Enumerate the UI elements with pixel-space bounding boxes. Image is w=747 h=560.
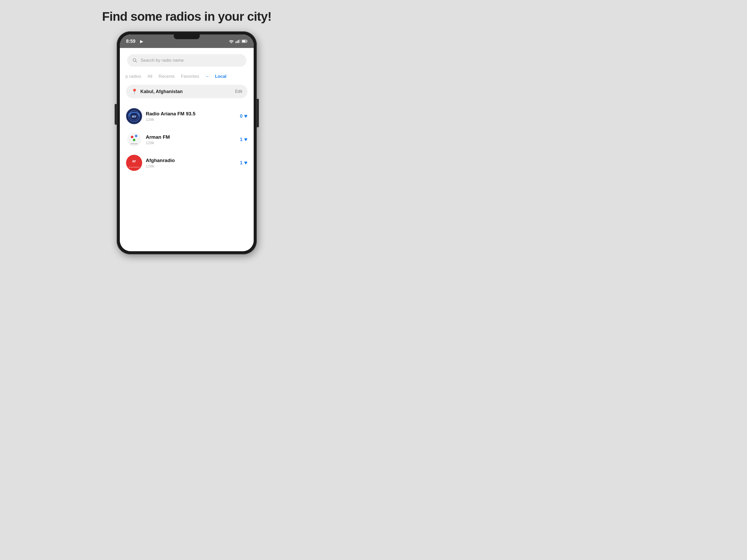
radio-favorite-arman[interactable]: 1 ♥ xyxy=(240,136,248,143)
phone-shell: 8:59 ▶ xyxy=(117,31,257,254)
radio-name-ariana: Radio Ariana FM 93.5 xyxy=(146,111,236,117)
radio-item-ariana[interactable]: atr Radio Ariana FM 93.5 128k xyxy=(120,105,254,128)
radio-item-afghan[interactable]: ar AFGHANRADIO Afghanradio 128k 1 ♥ xyxy=(120,151,254,175)
radio-info-arman: Arman FM 128k xyxy=(146,134,236,145)
svg-rect-6 xyxy=(242,41,246,42)
svg-point-15 xyxy=(131,136,133,138)
location-container: 📍 Kabul, Afghanistan Edit xyxy=(120,82,254,102)
tab-bar: p radios All Recents Favorites → Local xyxy=(120,71,254,82)
fav-count-arman: 1 xyxy=(240,137,242,142)
radio-item-arman[interactable]: ARMAN Arman FM 128k 1 ♥ xyxy=(120,128,254,151)
arman-logo-image: ARMAN xyxy=(127,132,141,147)
status-icons xyxy=(229,39,248,43)
svg-text:ar: ar xyxy=(132,159,136,163)
location-left: 📍 Kabul, Afghanistan xyxy=(131,88,183,95)
play-indicator: ▶ xyxy=(140,39,143,44)
fav-heart-arman: ♥ xyxy=(244,136,248,143)
ariana-logo-image: atr xyxy=(127,109,141,124)
svg-text:ARMAN: ARMAN xyxy=(130,142,138,145)
page-title: Find some radios in your city! xyxy=(102,9,272,24)
svg-rect-2 xyxy=(238,40,239,43)
afghan-logo-image: ar AFGHANRADIO xyxy=(127,155,141,170)
svg-text:AFGHANRADIO: AFGHANRADIO xyxy=(129,166,140,168)
app-content: Search by radio name p radios All Recent… xyxy=(120,48,254,251)
tab-recents[interactable]: Recents xyxy=(158,73,175,80)
svg-point-13 xyxy=(133,115,135,117)
tab-favorites[interactable]: Favorites xyxy=(181,73,200,80)
fav-heart-ariana: ♥ xyxy=(244,113,248,119)
phone-screen: 8:59 ▶ xyxy=(120,34,254,251)
fav-heart-afghan: ♥ xyxy=(244,159,248,166)
tab-arrow-icon: → xyxy=(205,74,209,79)
phone-mockup: 8:59 ▶ xyxy=(117,31,257,254)
search-container: Search by radio name xyxy=(120,48,254,71)
wifi-icon xyxy=(229,39,234,43)
status-left: 8:59 ▶ xyxy=(126,38,143,44)
radio-logo-arman: ARMAN xyxy=(126,131,142,148)
signal-icon xyxy=(235,39,240,43)
radio-logo-ariana: atr xyxy=(126,108,142,124)
location-bar[interactable]: 📍 Kabul, Afghanistan Edit xyxy=(126,85,248,98)
location-edit-button[interactable]: Edit xyxy=(235,89,242,94)
radio-logo-afghan: ar AFGHANRADIO xyxy=(126,155,142,171)
location-pin-icon: 📍 xyxy=(131,88,138,95)
tab-local[interactable]: Local xyxy=(214,73,227,80)
radio-bitrate-afghan: 128k xyxy=(146,164,236,168)
svg-rect-3 xyxy=(239,39,240,43)
fav-count-ariana: 0 xyxy=(240,113,242,119)
radio-name-afghan: Afghanradio xyxy=(146,158,236,163)
svg-rect-0 xyxy=(235,42,236,43)
svg-line-8 xyxy=(136,61,137,62)
svg-rect-5 xyxy=(247,41,248,42)
tab-all[interactable]: All xyxy=(147,73,153,80)
svg-point-17 xyxy=(133,139,135,141)
radio-info-ariana: Radio Ariana FM 93.5 128k xyxy=(146,111,236,122)
radio-bitrate-ariana: 128k xyxy=(146,117,236,122)
radio-bitrate-arman: 128k xyxy=(146,140,236,145)
phone-notch xyxy=(174,34,200,39)
tab-top-radios[interactable]: p radios xyxy=(125,73,141,80)
status-time: 8:59 xyxy=(126,38,135,44)
battery-icon xyxy=(242,40,248,43)
search-placeholder: Search by radio name xyxy=(140,58,184,63)
radio-info-afghan: Afghanradio 128k xyxy=(146,158,236,168)
radio-name-arman: Arman FM xyxy=(146,134,236,140)
radio-favorite-afghan[interactable]: 1 ♥ xyxy=(240,159,248,166)
svg-point-16 xyxy=(135,135,137,137)
radio-favorite-ariana[interactable]: 0 ♥ xyxy=(240,113,248,119)
search-icon xyxy=(132,58,137,63)
svg-rect-1 xyxy=(237,41,238,43)
location-name: Kabul, Afghanistan xyxy=(140,89,183,95)
radio-list: atr Radio Ariana FM 93.5 128k xyxy=(120,102,254,251)
search-bar[interactable]: Search by radio name xyxy=(127,54,247,66)
fav-count-afghan: 1 xyxy=(240,160,242,166)
